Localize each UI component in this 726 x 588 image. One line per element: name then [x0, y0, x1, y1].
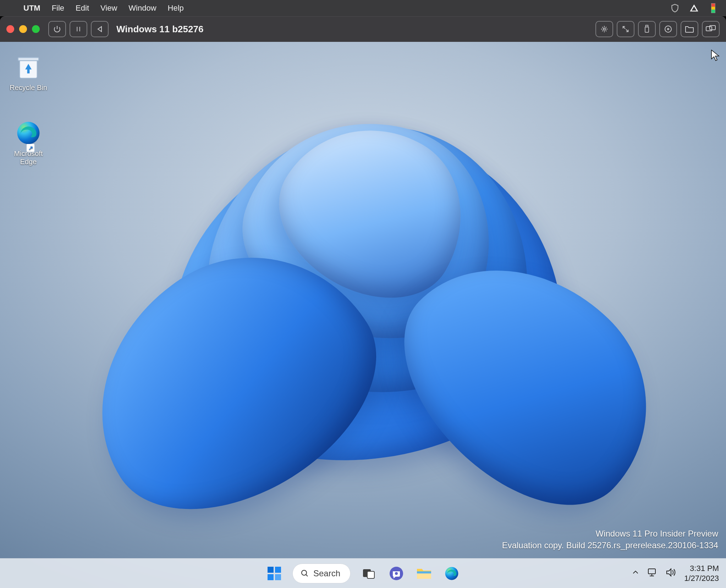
svg-line-31: [306, 575, 308, 576]
file-explorer-button[interactable]: [414, 564, 434, 583]
drive-icon[interactable]: [688, 2, 700, 15]
tray-clock[interactable]: 3:31 PM 1/27/2023: [684, 564, 719, 583]
svg-rect-20: [706, 27, 712, 31]
zoom-window-button[interactable]: [32, 25, 40, 33]
edge-icon: [444, 566, 459, 581]
svg-rect-33: [367, 571, 374, 578]
shared-folder-button[interactable]: [681, 21, 698, 37]
svg-line-12: [602, 30, 603, 31]
svg-point-30: [302, 570, 307, 575]
svg-point-5: [603, 28, 605, 30]
svg-line-10: [602, 27, 603, 28]
taskbar-center: Search: [265, 564, 461, 583]
file-explorer-icon: [416, 567, 432, 580]
svg-line-11: [606, 30, 606, 31]
capture-button[interactable]: [595, 21, 613, 37]
edge-button[interactable]: [442, 564, 461, 583]
tray-network[interactable]: [647, 568, 658, 579]
task-view-icon: [362, 566, 376, 581]
menu-edit[interactable]: Edit: [70, 4, 95, 13]
desktop-icon-recycle-bin[interactable]: Recycle Bin: [4, 53, 53, 92]
svg-rect-29: [275, 574, 281, 580]
svg-line-14: [623, 27, 625, 29]
chat-button[interactable]: [387, 564, 406, 583]
shield-icon[interactable]: [669, 2, 681, 15]
task-view-button[interactable]: [359, 564, 378, 583]
svg-rect-37: [417, 571, 431, 573]
windows-watermark: Windows 11 Pro Insider Preview Evaluatio…: [502, 528, 718, 551]
search-icon: [301, 569, 309, 578]
tray-date: 1/27/2023: [684, 573, 719, 583]
chevron-up-icon: [632, 568, 639, 576]
disc-button[interactable]: [659, 21, 677, 37]
windows-desktop[interactable]: Recycle Bin ↗ Microsoft Edge Windo: [0, 42, 726, 588]
svg-rect-23: [18, 57, 39, 61]
menu-window[interactable]: Window: [123, 4, 162, 13]
watermark-line1: Windows 11 Pro Insider Preview: [502, 528, 718, 539]
close-window-button[interactable]: [6, 25, 14, 33]
svg-line-15: [626, 29, 628, 32]
tray-chevron-up[interactable]: [632, 568, 639, 578]
svg-point-18: [665, 26, 671, 32]
watermark-line2: Evaluation copy. Build 25276.rs_prerelea…: [502, 540, 718, 551]
desktop-icon-label: Recycle Bin: [4, 84, 53, 92]
mac-menubar: UTM File Edit View Window Help: [0, 0, 726, 16]
svg-rect-28: [268, 574, 274, 580]
chat-icon: [389, 566, 404, 581]
desktop-icon-microsoft-edge[interactable]: ↗ Microsoft Edge: [4, 119, 53, 166]
displays-button[interactable]: [702, 21, 720, 37]
power-button[interactable]: [48, 21, 66, 37]
window-title: Windows 11 b25276: [116, 24, 203, 35]
svg-marker-4: [98, 27, 101, 32]
tray-sound[interactable]: [666, 568, 676, 579]
recycle-bin-icon: [15, 53, 42, 81]
tray-time: 3:31 PM: [684, 564, 719, 573]
taskbar-search-label: Search: [313, 568, 340, 578]
svg-rect-17: [645, 27, 649, 32]
svg-point-35: [395, 572, 398, 575]
wallpaper-bloom: [61, 83, 665, 579]
desktop-icon-label: Microsoft Edge: [4, 150, 53, 166]
taskbar-search[interactable]: Search: [292, 564, 351, 583]
start-icon: [267, 566, 282, 581]
app-menu-utm[interactable]: UTM: [18, 4, 46, 13]
utm-titlebar: Windows 11 b25276: [0, 16, 726, 42]
menu-view[interactable]: View: [95, 4, 123, 13]
pause-button[interactable]: [70, 21, 87, 37]
usb-button[interactable]: [638, 21, 656, 37]
cursor-icon: [711, 50, 720, 62]
windows-taskbar: Search: [0, 558, 726, 588]
start-button[interactable]: [265, 564, 284, 583]
svg-point-19: [667, 28, 669, 30]
sound-icon: [666, 568, 676, 577]
svg-line-13: [606, 27, 606, 28]
taskbar-tray: 3:31 PM 1/27/2023: [632, 559, 719, 588]
menu-help[interactable]: Help: [162, 4, 189, 13]
restart-button[interactable]: [91, 21, 109, 37]
svg-rect-26: [268, 567, 274, 573]
svg-rect-21: [710, 26, 715, 30]
svg-rect-27: [275, 567, 281, 573]
minimize-window-button[interactable]: [19, 25, 27, 33]
battery-icon[interactable]: [707, 2, 720, 15]
menu-file[interactable]: File: [46, 4, 70, 13]
network-icon: [647, 568, 658, 577]
svg-rect-39: [648, 569, 655, 574]
svg-marker-25: [711, 50, 719, 61]
fullscreen-button[interactable]: [617, 21, 634, 37]
shortcut-badge-icon: ↗: [27, 144, 34, 152]
svg-marker-42: [667, 569, 671, 576]
edge-icon: ↗: [15, 119, 42, 147]
